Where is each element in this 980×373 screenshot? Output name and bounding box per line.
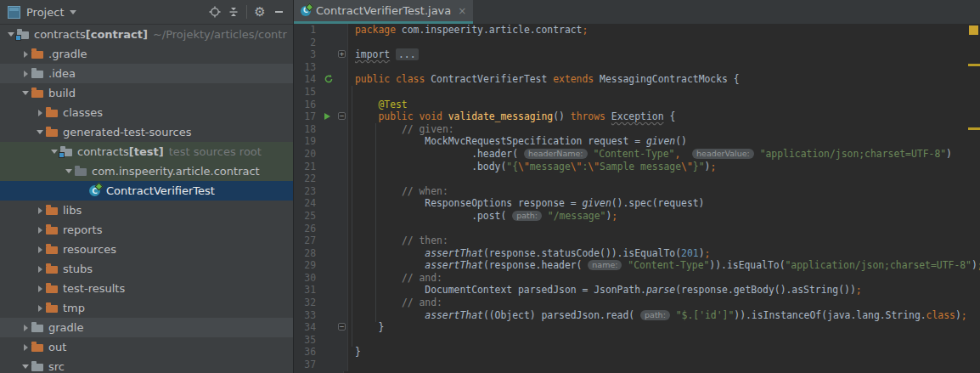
code-line-24[interactable]: 24 ResponseOptions response = given().sp… xyxy=(294,197,980,210)
code-line-19[interactable]: 19 MockMvcRequestSpecification request =… xyxy=(294,135,980,148)
tree-item-build[interactable]: build xyxy=(0,83,293,103)
tree-item-reports[interactable]: reports xyxy=(0,220,293,240)
code-line-22[interactable]: 22 xyxy=(294,172,980,185)
hide-panel-icon[interactable] xyxy=(269,3,288,20)
line-number: 19 xyxy=(294,135,321,148)
tree-toggle-right-icon[interactable] xyxy=(20,344,31,351)
tree-toggle-right-icon[interactable] xyxy=(34,246,46,253)
code-line-28[interactable]: 28 assertThat(response.statusCode()).isE… xyxy=(294,247,980,260)
collapse-all-icon[interactable] xyxy=(224,3,243,20)
tree-toggle-down-icon[interactable] xyxy=(20,91,31,95)
code-line-2[interactable]: 2 xyxy=(294,37,980,49)
tree-toggle-right-icon[interactable] xyxy=(20,71,31,77)
code-line-17[interactable]: 17− public void validate_messaging() thr… xyxy=(294,110,980,123)
project-panel-title[interactable]: Project xyxy=(26,6,64,19)
folder-orange-icon xyxy=(31,88,47,98)
tree-item-libs[interactable]: libs xyxy=(0,201,293,220)
code-line-29[interactable]: 29 assertThat(response.header( name: "Co… xyxy=(294,259,980,272)
code-line-25[interactable]: 25 .post( path: "/message"); xyxy=(294,210,980,223)
code-line-21[interactable]: 21 .body("{\"message\":\"Sample message\… xyxy=(294,161,980,173)
parameter-hint-pill: headerName: xyxy=(524,149,588,159)
tree-item-label: out xyxy=(48,341,66,353)
tree-item-.gradle[interactable]: .gradle xyxy=(0,44,293,64)
fold-marker-end-icon[interactable]: − xyxy=(336,321,348,334)
tree-item-com.inspeerity.article.contract[interactable]: com.inspeerity.article.contract xyxy=(0,161,293,181)
tree-item-stubs[interactable]: stubs xyxy=(0,259,293,279)
tree-toggle-down-icon[interactable] xyxy=(20,365,31,369)
inspection-status-square[interactable] xyxy=(969,25,978,35)
code-line-35[interactable]: 35 xyxy=(294,334,980,347)
tree-item-label: stubs xyxy=(63,263,93,275)
tree-item-contractverifiertest[interactable]: CContractVerifierTest xyxy=(0,181,293,201)
code-line-30[interactable]: 30 // and: xyxy=(294,272,980,285)
code-line-14[interactable]: 14public class ContractVerifierTest exte… xyxy=(294,73,980,86)
line-number: 14 xyxy=(294,73,321,86)
locate-icon[interactable] xyxy=(206,3,224,20)
code-line-16[interactable]: 16 @Test xyxy=(294,99,980,111)
gutter-icon-slot xyxy=(321,37,336,49)
editor-tab-bar: C ContractVerifierTest.java × xyxy=(294,0,980,24)
tree-item-test-results[interactable]: test-results xyxy=(0,279,293,298)
code-line-32[interactable]: 32 // and: xyxy=(294,297,980,309)
tree-toggle-right-icon[interactable] xyxy=(34,285,46,292)
code-line-34[interactable]: 34− } xyxy=(294,321,980,334)
tree-item-label: contracts xyxy=(34,28,86,41)
tree-toggle-right-icon[interactable] xyxy=(34,305,46,312)
tree-item-.idea[interactable]: .idea xyxy=(0,64,293,83)
code-line-33[interactable]: 33 assertThat((Object) parsedJson.read( … xyxy=(294,309,980,322)
run-class-gutter-icon[interactable] xyxy=(321,73,336,86)
tree-toggle-down-icon[interactable] xyxy=(63,169,75,173)
tab-close-icon[interactable]: × xyxy=(458,5,466,17)
tree-item-gradle[interactable]: gradle xyxy=(0,318,293,337)
tree-toggle-right-icon[interactable] xyxy=(34,110,46,116)
code-text: assertThat(response.statusCode()).isEqua… xyxy=(348,247,710,260)
tree-item-src[interactable]: src xyxy=(0,357,293,373)
fold-marker-plus-icon[interactable]: + xyxy=(336,48,348,61)
tree-toggle-right-icon[interactable] xyxy=(34,207,46,214)
tree-item-resources[interactable]: resources xyxy=(0,240,293,259)
tree-item-label: resources xyxy=(63,243,116,256)
code-text: assertThat(response.header( name: "Conte… xyxy=(348,259,980,272)
line-number: 30 xyxy=(294,272,321,285)
settings-gear-icon[interactable]: ⚙ xyxy=(251,3,269,20)
code-line-37[interactable]: 37 xyxy=(294,359,980,371)
code-line-1[interactable]: 1package com.inspeerity.article.contract… xyxy=(294,24,980,37)
tree-toggle-right-icon[interactable] xyxy=(20,51,31,58)
gutter-icon-slot xyxy=(321,272,336,285)
run-test-gutter-icon[interactable] xyxy=(321,110,336,123)
tree-item-out[interactable]: out xyxy=(0,337,293,357)
tree-item-bold-suffix: [test] xyxy=(129,145,164,158)
fold-marker-minus-icon[interactable]: − xyxy=(336,110,348,123)
code-line-20[interactable]: 20 .header( headerName: "Content-Type", … xyxy=(294,148,980,161)
code-text: package com.inspeerity.article.contract; xyxy=(348,24,588,37)
tree-item-classes[interactable]: classes xyxy=(0,103,293,122)
warning-stripe-mark[interactable] xyxy=(968,127,980,130)
tree-toggle-right-icon[interactable] xyxy=(34,266,46,273)
code-line-23[interactable]: 23 // when: xyxy=(294,185,980,198)
code-text: import ... xyxy=(348,48,419,61)
code-line-27[interactable]: 27 // then: xyxy=(294,235,980,247)
code-line-3[interactable]: 3+import ... xyxy=(294,48,980,61)
tree-item-generated-test-sources[interactable]: generated-test-sources xyxy=(0,122,293,142)
tree-toggle-down-icon[interactable] xyxy=(34,130,46,134)
editor-tab[interactable]: C ContractVerifierTest.java × xyxy=(294,0,473,24)
warning-stripe-mark[interactable] xyxy=(968,64,980,66)
tree-toggle-right-icon[interactable] xyxy=(34,227,46,234)
code-line-18[interactable]: 18 // given: xyxy=(294,123,980,136)
code-line-26[interactable]: 26 xyxy=(294,223,980,235)
code-line-15[interactable]: 15 xyxy=(294,86,980,99)
chevron-down-icon[interactable] xyxy=(70,10,76,14)
code-line-13[interactable]: 13 xyxy=(294,61,980,74)
tree-item-contracts[interactable]: contracts [contract]~/Projekty/articles/… xyxy=(0,25,293,44)
tree-toggle-right-icon[interactable] xyxy=(20,325,31,331)
gutter-icon-slot xyxy=(321,61,336,74)
tree-item-contracts[interactable]: contracts [test]test sources root xyxy=(0,142,293,161)
code-area[interactable]: 1package com.inspeerity.article.contract… xyxy=(294,24,980,373)
code-line-31[interactable]: 31 DocumentContext parsedJson = JsonPath… xyxy=(294,284,980,297)
code-text: .post( path: "/message"); xyxy=(348,210,617,223)
tree-item-label: generated-test-sources xyxy=(63,126,191,138)
code-line-36[interactable]: 36} xyxy=(294,346,980,359)
tree-item-tmp[interactable]: tmp xyxy=(0,298,293,318)
fold-column xyxy=(336,172,348,185)
line-number: 1 xyxy=(294,24,321,37)
